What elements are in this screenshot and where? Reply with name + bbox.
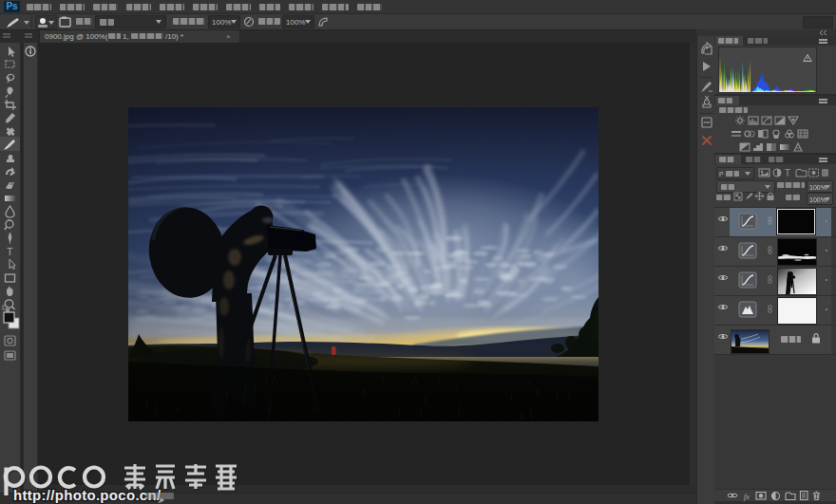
svg-text:http://photo.poco.cn/: http://photo.poco.cn/ xyxy=(13,487,162,503)
svg-text:T: T xyxy=(7,246,13,257)
svg-text:fx: fx xyxy=(744,493,750,501)
